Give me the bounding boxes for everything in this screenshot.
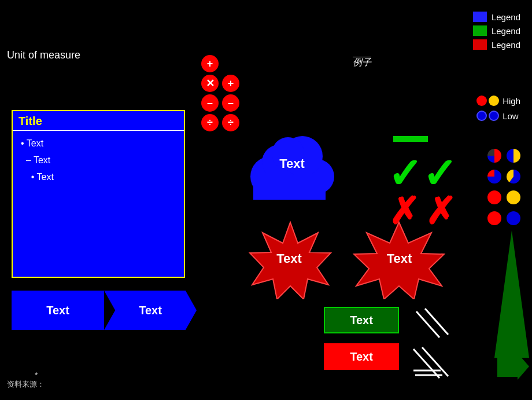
blue-box-content: • Text – Text • Text <box>13 131 184 190</box>
operators-column: + ✕ + – – ÷ ÷ <box>201 55 239 131</box>
low-item: Low <box>476 111 520 121</box>
pie-1b <box>505 148 522 164</box>
pie-4a <box>486 210 503 226</box>
arrow-right: Text <box>104 291 197 330</box>
legend-label-blue: Legend <box>492 12 520 22</box>
arrow-left-text: Text <box>46 304 69 317</box>
green-rectangle: Text <box>324 307 399 333</box>
pie-3b <box>505 189 522 205</box>
high-label: High <box>503 96 520 106</box>
source-label: 资料来源： <box>7 379 45 390</box>
green-tall-triangle <box>494 230 529 358</box>
unit-label: Unit of measure <box>7 49 80 61</box>
svg-line-9 <box>416 311 439 337</box>
blue-content-box: Title • Text – Text • Text <box>12 110 185 278</box>
arrow-right-text: Text <box>139 304 162 317</box>
high-low-legend: High Low <box>476 96 520 121</box>
pie-charts-column <box>486 148 522 226</box>
cloud-text: Text <box>240 126 344 201</box>
low-circles <box>476 111 499 121</box>
legend-item-red: Legend <box>473 39 520 50</box>
op-row-1: + <box>201 55 219 72</box>
legend-color-blue <box>473 12 487 22</box>
legend-label-green: Legend <box>492 26 520 36</box>
op-row-2: ✕ + <box>201 75 239 92</box>
op-plus: + <box>201 55 219 72</box>
legend-item-green: Legend <box>473 25 520 36</box>
legend-area: Legend Legend Legend <box>473 12 520 50</box>
pie-1a <box>486 148 503 164</box>
high-red-circle <box>476 96 487 106</box>
op-multiply: ✕ <box>201 75 219 92</box>
op-minus: – <box>201 94 219 112</box>
pie-row-1 <box>486 148 522 164</box>
content-item-3: • Text <box>21 169 176 186</box>
green-bar <box>393 136 428 142</box>
low-label: Low <box>503 111 519 121</box>
high-yellow-circle <box>489 96 499 106</box>
green-rect-text: Text <box>350 314 373 327</box>
low-blue-circle-2 <box>489 111 499 121</box>
legend-item-blue: Legend <box>473 12 520 22</box>
red-rect-text: Text <box>350 350 373 364</box>
green-right-arrow <box>497 353 529 380</box>
starburst-1-text: Text <box>243 221 335 296</box>
pie-4b <box>505 210 522 226</box>
high-circles <box>476 96 499 106</box>
op-divide: ÷ <box>201 114 219 131</box>
arrow-left: Text <box>12 291 104 330</box>
low-blue-circle <box>476 111 487 121</box>
op-plus-2: + <box>222 75 239 92</box>
op-row-3: – – <box>201 94 239 112</box>
legend-label-red: Legend <box>492 40 520 50</box>
diagonal-lines <box>411 306 463 381</box>
content-item-1: • Text <box>21 135 176 152</box>
pie-row-2 <box>486 168 522 185</box>
example-text: 例子 <box>353 57 371 69</box>
high-item: High <box>476 96 520 106</box>
op-minus-2: – <box>222 94 239 112</box>
svg-marker-15 <box>497 353 529 380</box>
arrow-strip: Text Text <box>12 291 197 330</box>
starburst-2-text: Text <box>346 221 453 296</box>
pie-row-3 <box>486 189 522 205</box>
blue-box-title: Title <box>13 111 184 131</box>
content-item-2: – Text <box>21 152 176 169</box>
pie-3a <box>486 189 503 205</box>
legend-color-red <box>473 39 487 50</box>
pie-row-4 <box>486 210 522 226</box>
op-row-4: ÷ ÷ <box>201 114 239 131</box>
pie-2b <box>505 168 522 185</box>
legend-color-green <box>473 25 487 36</box>
svg-line-10 <box>425 309 448 335</box>
asterisk: * <box>35 370 38 380</box>
red-rectangle: Text <box>324 343 399 370</box>
pie-2a <box>486 168 503 185</box>
